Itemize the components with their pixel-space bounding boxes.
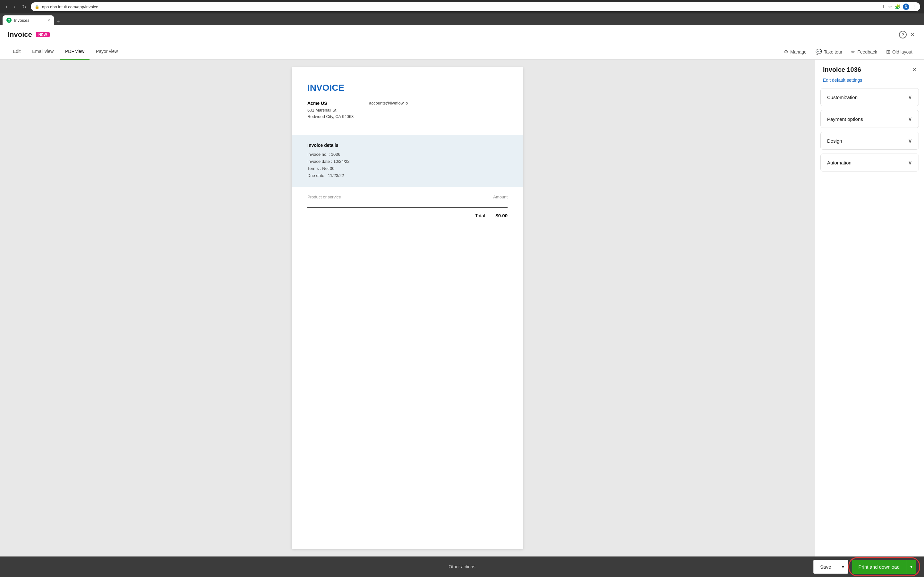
help-button[interactable]: ? bbox=[897, 29, 909, 41]
share-icon: ⬆ bbox=[882, 4, 885, 9]
invoice-no-label: Invoice no. : bbox=[307, 152, 330, 157]
invoice-no-row: Invoice no. : 1036 bbox=[307, 151, 507, 158]
invoice-due-value: 11/23/22 bbox=[328, 173, 344, 178]
total-value: $0.00 bbox=[495, 213, 507, 218]
invoice-terms-label: Terms : bbox=[307, 166, 321, 171]
print-and-download-button[interactable]: Print and download bbox=[852, 560, 906, 574]
browser-chrome: ‹ › ↻ 🔒 app.qbo.intuit.com/app/invoice ⬆… bbox=[0, 0, 924, 13]
address-bar[interactable]: 🔒 app.qbo.intuit.com/app/invoice ⬆ ☆ 🧩 D… bbox=[31, 2, 920, 11]
invoice-date-label: Invoice date : bbox=[307, 159, 332, 164]
accordion-payment-button[interactable]: Payment options ∨ bbox=[821, 110, 919, 127]
invoice-terms-value: Net 30 bbox=[322, 166, 334, 171]
print-button-highlight: Print and download ▾ bbox=[852, 560, 916, 574]
take-tour-button[interactable]: 💬 Take tour bbox=[812, 47, 846, 57]
invoice-paper: INVOICE Acme US 601 Marshall St Redwood … bbox=[292, 67, 523, 549]
app-container: Invoice NEW ? × Edit Email view PDF view… bbox=[0, 25, 924, 577]
accordion-automation-label: Automation bbox=[827, 160, 851, 165]
star-icon: ☆ bbox=[888, 4, 892, 9]
old-layout-button[interactable]: ⊞ Old layout bbox=[882, 47, 916, 57]
old-layout-label: Old layout bbox=[892, 49, 913, 55]
tab-close-button[interactable]: × bbox=[47, 18, 50, 23]
accordion-customization-label: Customization bbox=[827, 95, 858, 100]
new-badge: NEW bbox=[36, 32, 50, 37]
accordion-design-button[interactable]: Design ∨ bbox=[821, 132, 919, 149]
main-content: INVOICE Acme US 601 Marshall St Redwood … bbox=[0, 60, 924, 556]
invoice-due-row: Due date : 11/23/22 bbox=[307, 172, 507, 179]
invoice-top: INVOICE Acme US 601 Marshall St Redwood … bbox=[292, 67, 523, 135]
tab-pdf-view[interactable]: PDF view bbox=[60, 44, 89, 60]
amount-column-header: Amount bbox=[493, 195, 507, 199]
manage-label: Manage bbox=[790, 49, 806, 55]
back-button[interactable]: ‹ bbox=[4, 3, 9, 11]
browser-nav-buttons: ‹ › ↻ bbox=[4, 3, 28, 11]
company-address-line1: 601 Marshall St bbox=[307, 107, 354, 113]
items-header: Product or service Amount bbox=[307, 195, 507, 202]
total-label: Total bbox=[475, 213, 485, 218]
chevron-down-icon: ∨ bbox=[908, 137, 912, 144]
invoice-no-value: 1036 bbox=[331, 152, 341, 157]
feedback-button[interactable]: ✏ Feedback bbox=[847, 47, 881, 57]
gear-icon: ⚙ bbox=[784, 49, 788, 55]
invoice-items: Product or service Amount Total $0.00 bbox=[292, 187, 523, 226]
company-email-block: accounts@liveflow.io bbox=[369, 101, 408, 119]
help-icon: ? bbox=[899, 31, 907, 39]
accordion-automation: Automation ∨ bbox=[821, 153, 919, 171]
app-header: Invoice NEW ? × bbox=[0, 25, 924, 44]
save-dropdown-button[interactable]: ▾ bbox=[838, 560, 848, 574]
invoice-heading: INVOICE bbox=[307, 83, 507, 93]
save-dropdown-icon: ▾ bbox=[842, 564, 844, 569]
forward-button[interactable]: › bbox=[12, 3, 17, 11]
accordion-customization: Customization ∨ bbox=[821, 88, 919, 106]
accordion-customization-button[interactable]: Customization ∨ bbox=[821, 89, 919, 106]
take-tour-label: Take tour bbox=[824, 49, 843, 55]
edit-default-settings-link[interactable]: Edit default settings bbox=[823, 77, 862, 83]
url-text: app.qbo.intuit.com/app/invoice bbox=[42, 5, 879, 9]
panel-header: Invoice 1036 × bbox=[815, 60, 924, 76]
tab-edit[interactable]: Edit bbox=[8, 44, 26, 60]
bottom-toolbar: Other actions Save ▾ Print and download … bbox=[0, 556, 924, 577]
layout-icon: ⊞ bbox=[886, 49, 890, 55]
accordion-automation-button[interactable]: Automation ∨ bbox=[821, 154, 919, 171]
feedback-label: Feedback bbox=[857, 49, 877, 55]
browser-tab[interactable]: Q Invoices × bbox=[3, 15, 54, 25]
invoice-due-label: Due date : bbox=[307, 173, 326, 178]
manage-button[interactable]: ⚙ Manage bbox=[780, 47, 811, 57]
close-button[interactable]: × bbox=[909, 29, 916, 40]
accordion-payment-options: Payment options ∨ bbox=[821, 110, 919, 128]
reload-button[interactable]: ↻ bbox=[20, 3, 28, 11]
chevron-down-icon: ∨ bbox=[908, 93, 912, 101]
save-button-group: Save ▾ bbox=[813, 560, 848, 574]
tab-title: Invoices bbox=[14, 18, 29, 23]
invoice-preview-area: INVOICE Acme US 601 Marshall St Redwood … bbox=[0, 60, 815, 556]
accordion-design: Design ∨ bbox=[821, 132, 919, 150]
new-tab-button[interactable]: + bbox=[54, 18, 63, 25]
panel-subtitle: Edit default settings bbox=[815, 76, 924, 88]
panel-close-button[interactable]: × bbox=[913, 66, 916, 73]
tour-icon: 💬 bbox=[816, 49, 822, 55]
print-dropdown-button[interactable]: ▾ bbox=[906, 560, 916, 574]
invoice-date-value: 10/24/22 bbox=[333, 159, 350, 164]
panel-title: Invoice 1036 bbox=[823, 66, 861, 73]
extension-icon: 🧩 bbox=[895, 4, 900, 9]
save-button[interactable]: Save bbox=[813, 560, 838, 574]
product-column-header: Product or service bbox=[307, 195, 341, 199]
page-title: Invoice bbox=[8, 31, 32, 39]
right-panel: Invoice 1036 × Edit default settings Cus… bbox=[815, 60, 924, 556]
company-info: Acme US 601 Marshall St Redwood City, CA… bbox=[307, 101, 354, 119]
view-tabs: Edit Email view PDF view Payor view ⚙ Ma… bbox=[0, 44, 924, 60]
tab-payor-view[interactable]: Payor view bbox=[91, 44, 123, 60]
other-actions-text: Other actions bbox=[449, 564, 475, 569]
print-dropdown-icon: ▾ bbox=[910, 564, 913, 569]
invoice-terms-row: Terms : Net 30 bbox=[307, 165, 507, 172]
print-button-group: Print and download ▾ bbox=[852, 560, 916, 574]
close-icon: × bbox=[911, 31, 914, 38]
accordion-payment-label: Payment options bbox=[827, 116, 863, 122]
tab-email-view[interactable]: Email view bbox=[27, 44, 59, 60]
tab-bar: Q Invoices × + bbox=[0, 13, 924, 25]
invoice-total: Total $0.00 bbox=[307, 207, 507, 218]
invoice-from: Acme US 601 Marshall St Redwood City, CA… bbox=[307, 101, 507, 119]
company-email: accounts@liveflow.io bbox=[369, 101, 408, 105]
chevron-down-icon: ∨ bbox=[908, 159, 912, 166]
invoice-details-title: Invoice details bbox=[307, 143, 507, 148]
profile-icon: D bbox=[903, 3, 909, 10]
